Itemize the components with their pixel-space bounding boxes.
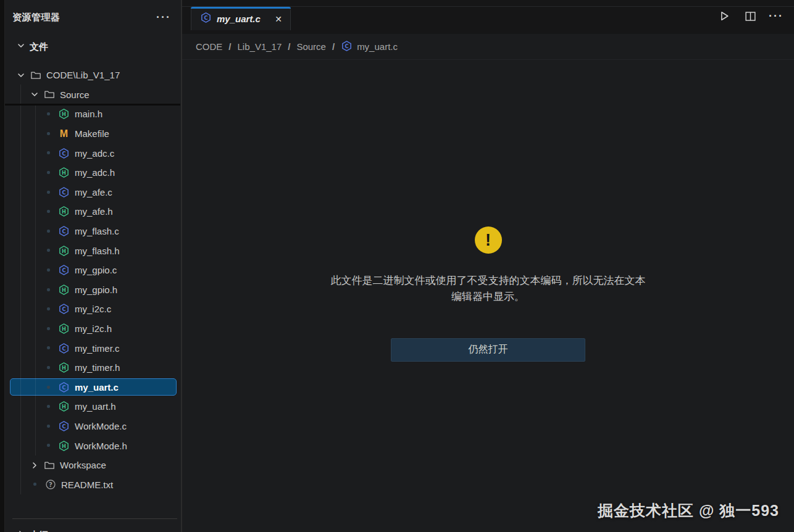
tree-item-label: my_adc.c [75,148,114,159]
modified-dot [47,405,50,408]
modified-dot [47,171,50,174]
chevron-down-icon [16,41,26,53]
tree-item-my-afe-c[interactable]: Cmy_afe.c [5,183,181,202]
c-hexagon-icon: C [341,40,353,54]
modified-dot [33,483,36,486]
h-hexagon-icon: H [58,108,70,120]
tree-item-label: my_timer.c [75,343,120,354]
h-hexagon-icon: H [58,440,70,452]
tree-item-makefile[interactable]: MMakefile [5,124,181,144]
h-hexagon-icon: H [58,362,70,373]
more-actions-icon[interactable]: ··· [769,9,783,23]
breadcrumb-file-label: my_uart.c [357,41,398,52]
tree-item-label: my_gpio.h [75,285,117,295]
tree-item-main-h[interactable]: Hmain.h [5,104,181,124]
tree-item-workmode-c[interactable]: CWorkMode.c [5,417,181,436]
c-hexagon-icon: C [58,420,70,432]
svg-text:C: C [62,345,65,351]
modified-dot [47,288,50,291]
tree-item-label: my_uart.h [75,401,116,412]
svg-text:C: C [204,15,207,21]
tree-item-my-uart-h[interactable]: Hmy_uart.h [5,397,181,417]
c-hexagon-icon: C [58,186,70,198]
tree-item-my-flash-h[interactable]: Hmy_flash.h [5,241,181,260]
breadcrumb-item[interactable]: CODE [196,41,222,52]
modified-dot [47,425,50,428]
tab-my-uart-c[interactable]: C my_uart.c ✕ [191,7,291,30]
chevron-right-icon [30,460,40,470]
question-circle-icon: ? [44,479,56,491]
modified-dot [47,210,50,213]
warning-message-line1: 此文件是二进制文件或使用了不受支持的文本编码，所以无法在文本 [331,273,646,289]
breadcrumb-separator: / [332,41,335,52]
modified-dot [47,191,50,194]
tree-item-my-afe-h[interactable]: Hmy_afe.h [5,202,181,222]
tree-item-my-i2c-h[interactable]: Hmy_i2c.h [5,319,181,339]
editor-actions: ··· [717,9,783,23]
svg-text:C: C [62,189,65,195]
tree-item-my-uart-c[interactable]: Cmy_uart.c [5,378,181,397]
indent-guide [35,104,36,455]
tree-item-label: CODE\Lib_V1_17 [46,70,120,80]
svg-text:C: C [62,150,65,156]
c-hexagon-icon: C [58,303,70,315]
tree-item-my-adc-c[interactable]: Cmy_adc.c [5,143,181,163]
warning-message-line2: 编辑器中显示。 [331,289,646,305]
modified-dot [47,132,50,135]
vscode-window: 资源管理器 ··· 文件 CODE\Lib_V1_17SourceHmain.h… [0,0,794,532]
run-button[interactable] [717,9,731,23]
svg-text:H: H [62,365,66,371]
folder-icon [43,459,55,471]
split-editor-button[interactable] [743,9,757,23]
tree-item-label: my_adc.h [75,167,115,178]
tree-item-workspace[interactable]: Workspace [5,455,181,475]
folder-icon [43,89,55,101]
svg-text:C: C [62,306,65,312]
tree-item-label: WorkMode.c [75,421,127,431]
c-hexagon-icon: C [58,148,70,159]
outline-section-label: 大纲 [30,530,48,532]
tab-close-icon[interactable]: ✕ [273,14,284,25]
tree-item-workmode-h[interactable]: HWorkMode.h [5,436,181,455]
modified-dot [47,366,50,369]
h-hexagon-icon: H [58,323,70,335]
tree-item-my-adc-h[interactable]: Hmy_adc.h [5,163,181,183]
tree-item-label: Source [60,89,90,100]
tree-item-label: my_uart.c [75,382,119,393]
modified-dot [47,346,50,349]
warning-icon: ! [475,227,502,254]
tree-item-my-timer-c[interactable]: Cmy_timer.c [5,338,181,358]
open-anyway-button[interactable]: 仍然打开 [391,338,585,362]
modified-dot [47,249,50,252]
tree-item-label: Makefile [75,128,109,139]
svg-text:H: H [62,209,66,215]
tree-item-my-flash-c[interactable]: Cmy_flash.c [5,222,181,241]
tree-item-my-gpio-c[interactable]: Cmy_gpio.c [5,260,181,280]
breadcrumb-item-file[interactable]: C my_uart.c [341,40,398,54]
breadcrumb-item[interactable]: Lib_V1_17 [238,41,282,52]
explorer-more-actions-icon[interactable]: ··· [156,14,171,20]
svg-text:H: H [62,326,66,332]
files-section-header[interactable]: 文件 [5,35,181,59]
tree-item-code-lib-v1-17[interactable]: CODE\Lib_V1_17 [5,65,181,85]
tree-item-readme-txt[interactable]: ?README.txt [5,475,181,494]
svg-text:C: C [62,228,65,235]
tree-item-my-timer-h[interactable]: Hmy_timer.h [5,358,181,378]
modified-dot [47,386,50,389]
svg-text:C: C [62,384,65,390]
h-hexagon-icon: H [58,206,70,217]
tree-item-my-gpio-h[interactable]: Hmy_gpio.h [5,280,181,300]
breadcrumb-item[interactable]: Source [296,41,326,52]
indent-guide [20,85,21,494]
editor-content: ! 此文件是二进制文件或使用了不受支持的文本编码，所以无法在文本 编辑器中显示。… [182,60,794,532]
svg-text:C: C [345,43,349,49]
svg-text:H: H [62,170,66,176]
breadcrumb-separator: / [228,41,231,52]
tree-item-source[interactable]: Source [5,85,181,105]
c-hexagon-icon: C [58,381,70,393]
tree-item-my-i2c-c[interactable]: Cmy_i2c.c [5,299,181,319]
file-tree: CODE\Lib_V1_17SourceHmain.hMMakefileCmy_… [5,59,181,494]
svg-text:H: H [62,286,66,293]
modified-dot [47,327,50,330]
outline-section-header[interactable]: 大纲 [5,523,181,532]
